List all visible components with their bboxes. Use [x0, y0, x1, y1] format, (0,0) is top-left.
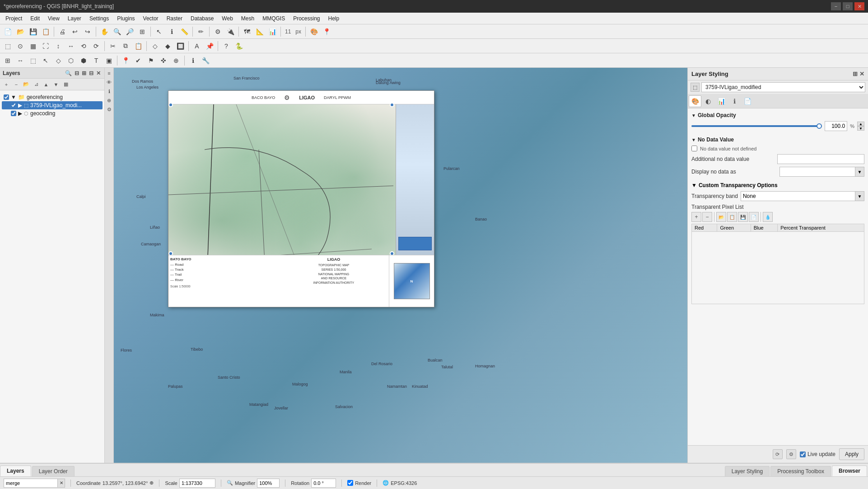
layer-group-btn[interactable]: ▦ [61, 80, 70, 89]
opacity-slider[interactable] [691, 125, 822, 127]
rp-tab-histogram[interactable]: 📊 [715, 95, 728, 107]
additional-input[interactable] [777, 154, 865, 164]
opacity-value-input[interactable] [825, 121, 847, 131]
rp-refresh-btn[interactable]: ⟳ [773, 449, 783, 459]
plt-eyedropper[interactable]: 💧 [763, 212, 773, 222]
rp-tab-transparency[interactable]: ◐ [702, 95, 714, 107]
tb-open[interactable]: 📂 [14, 26, 26, 38]
menu-vector[interactable]: Vector [140, 14, 162, 23]
tb3-1[interactable]: ⊞ [2, 55, 14, 66]
tab-processing-toolbox[interactable]: Processing Toolbox [770, 466, 831, 476]
close-button[interactable]: ✕ [854, 2, 864, 10]
rp-tab-metadata[interactable]: 📄 [741, 95, 754, 107]
rph-float-icon[interactable]: ⊞ [853, 71, 858, 77]
tb3-8[interactable]: ⚑ [145, 55, 157, 66]
menu-database[interactable]: Database [187, 14, 217, 23]
tb3-arrow[interactable]: ↖ [40, 55, 51, 66]
tb3-4[interactable]: ◇ [52, 55, 64, 66]
tb2-paste[interactable]: 📋 [132, 40, 144, 52]
minimize-button[interactable]: − [831, 2, 841, 10]
tb2-annotation[interactable]: 📌 [204, 40, 215, 52]
tab-layer-styling[interactable]: Layer Styling [725, 466, 770, 476]
tb-measure[interactable]: 📏 [178, 26, 190, 38]
tb-print[interactable]: 🖨 [56, 26, 68, 38]
tb2-help[interactable]: ? [220, 40, 232, 52]
no-data-header[interactable]: ▼ No Data Value [691, 136, 864, 143]
tb-save[interactable]: 💾 [27, 26, 39, 38]
menu-mmqgis[interactable]: MMQGIS [259, 14, 289, 23]
tb3-check[interactable]: ✔ [132, 55, 144, 66]
status-search-clear[interactable]: ✕ [58, 479, 65, 488]
tb2-python[interactable]: 🐍 [233, 40, 245, 52]
plt-import-file[interactable]: 📂 [716, 212, 726, 222]
map-icon-info[interactable]: ℹ [106, 88, 113, 95]
magnifier-input[interactable] [257, 479, 280, 488]
tb2-5[interactable]: ↕ [52, 40, 64, 52]
tb3-5[interactable]: ⬡ [65, 55, 77, 66]
menu-processing[interactable]: Processing [289, 14, 323, 23]
maximize-button[interactable]: □ [843, 2, 853, 10]
menu-help[interactable]: Help [325, 14, 343, 23]
layer-raster-checkbox[interactable] [11, 103, 16, 108]
plt-remove[interactable]: − [702, 212, 712, 222]
band-select-arrow[interactable]: ▼ [855, 191, 864, 201]
tb3-tool[interactable]: 🔧 [200, 55, 211, 66]
tb-georeference[interactable]: 📍 [321, 26, 332, 38]
map-icon-layers[interactable]: ≡ [106, 70, 113, 77]
menu-layer[interactable]: Layer [64, 14, 85, 23]
map-container[interactable]: ≡ 👁 ℹ ⊕ ⚙ Dos Ramos Los Angeles San Fran… [105, 68, 687, 463]
tb2-8[interactable]: ⟳ [90, 40, 102, 52]
layer-vector-checkbox[interactable] [11, 111, 16, 116]
opacity-up[interactable]: ▲ [857, 122, 864, 126]
tb3-9[interactable]: ⊕ [170, 55, 182, 66]
custom-transparency-header[interactable]: ▼ Custom Transparency Options [691, 182, 864, 188]
map-icon-eye[interactable]: 👁 [106, 79, 113, 86]
tab-browser[interactable]: Browser [832, 465, 867, 476]
apply-button[interactable]: Apply [839, 448, 864, 460]
tb-digitize[interactable]: ✏ [195, 26, 207, 38]
layer-open-btn[interactable]: 📂 [22, 80, 31, 89]
tb3-pin[interactable]: 📍 [120, 55, 131, 66]
tb-zoom-in[interactable]: 🔍 [111, 26, 123, 38]
tb2-vertex[interactable]: ◆ [162, 40, 173, 52]
tb2-3[interactable]: ▦ [27, 40, 39, 52]
tb2-snap[interactable]: 🔲 [174, 40, 186, 52]
tb-save-as[interactable]: 📋 [40, 26, 51, 38]
tb-identify[interactable]: ℹ [166, 26, 177, 38]
tb2-label[interactable]: A [191, 40, 203, 52]
scale-input[interactable] [179, 479, 215, 488]
menu-plugins[interactable]: Plugins [113, 14, 138, 23]
tb-processing[interactable]: ⚙ [212, 26, 224, 38]
plt-import-csv[interactable]: 📋 [727, 212, 737, 222]
tb3-help-circle[interactable]: ℹ [187, 55, 199, 66]
tb3-2[interactable]: ↔ [14, 55, 26, 66]
tb2-1[interactable]: ⬚ [2, 40, 14, 52]
map-icon-bookmark[interactable]: ⊕ [106, 97, 113, 104]
layer-filter-btn[interactable]: ⊿ [32, 80, 41, 89]
layer-remove-btn[interactable]: − [12, 80, 21, 89]
no-data-checkbox[interactable] [691, 146, 697, 151]
tb2-6[interactable]: ↔ [65, 40, 77, 52]
rp-settings-btn[interactable]: ⚙ [786, 449, 796, 459]
layer-group-header[interactable]: ▼ 📁 georeferencing [2, 93, 103, 101]
rph-close-icon[interactable]: ✕ [859, 71, 864, 77]
layer-up-btn[interactable]: ▲ [42, 80, 51, 89]
map-area[interactable]: Dos Ramos Los Angeles San Francisco Labu… [114, 68, 687, 463]
tb-select[interactable]: ↖ [153, 26, 165, 38]
plt-export-file[interactable]: 💾 [738, 212, 748, 222]
tb-pan[interactable]: ✋ [98, 26, 110, 38]
tb2-node[interactable]: ◇ [149, 40, 161, 52]
layer-item-vector[interactable]: ▶ ⬡ geocoding [2, 109, 103, 118]
live-update-checkbox[interactable] [800, 451, 806, 457]
tb2-4[interactable]: ⛶ [40, 40, 51, 52]
display-select[interactable] [779, 167, 856, 177]
tb-new[interactable]: 📄 [2, 26, 14, 38]
layer-add-btn[interactable]: + [2, 80, 11, 89]
tb2-edit[interactable]: ✂ [107, 40, 119, 52]
group-checkbox[interactable] [4, 94, 9, 100]
menu-raster[interactable]: Raster [163, 14, 186, 23]
tab-layer-order[interactable]: Layer Order [32, 466, 75, 476]
panel-search-icon[interactable]: 🔍 [64, 70, 73, 77]
status-search-input[interactable] [4, 479, 58, 488]
menu-edit[interactable]: Edit [27, 14, 43, 23]
